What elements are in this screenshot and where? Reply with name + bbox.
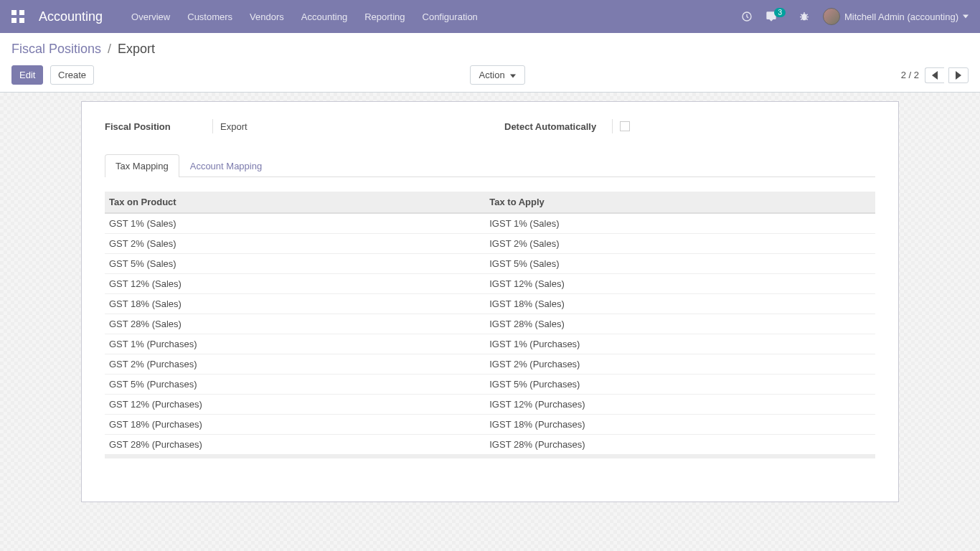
- table-row[interactable]: GST 28% (Purchases)IGST 28% (Purchases): [105, 435, 875, 457]
- breadcrumb-current: Export: [118, 42, 155, 56]
- cell-tax-product: GST 5% (Purchases): [105, 375, 485, 395]
- cell-tax-product: GST 18% (Sales): [105, 294, 485, 314]
- cell-tax-apply: IGST 18% (Purchases): [485, 415, 875, 435]
- messages-icon[interactable]: 3: [765, 11, 786, 22]
- main-menu: Overview Customers Vendors Accounting Re…: [131, 11, 741, 22]
- tab-tax-mapping[interactable]: Tax Mapping: [105, 154, 179, 177]
- cell-tax-apply: IGST 5% (Sales): [485, 254, 875, 274]
- cell-tax-product: GST 2% (Sales): [105, 234, 485, 254]
- cell-tax-apply: IGST 5% (Purchases): [485, 375, 875, 395]
- tab-account-mapping[interactable]: Account Mapping: [179, 154, 273, 177]
- table-row[interactable]: GST 2% (Sales)IGST 2% (Sales): [105, 234, 875, 254]
- cell-tax-product: GST 12% (Purchases): [105, 395, 485, 415]
- tabs: Tax Mapping Account Mapping: [105, 154, 875, 177]
- breadcrumb-sep: /: [108, 42, 111, 56]
- app-brand[interactable]: Accounting: [39, 9, 103, 24]
- menu-reporting[interactable]: Reporting: [364, 11, 405, 22]
- table-row[interactable]: GST 28% (Sales)IGST 28% (Sales): [105, 314, 875, 334]
- caret-down-icon: [510, 74, 516, 78]
- detect-auto-label: Detect Automatically: [504, 121, 612, 132]
- cell-tax-product: GST 1% (Purchases): [105, 334, 485, 354]
- fiscal-position-label: Fiscal Position: [105, 121, 212, 132]
- cell-tax-product: GST 12% (Sales): [105, 274, 485, 294]
- table-row[interactable]: GST 18% (Sales)IGST 18% (Sales): [105, 294, 875, 314]
- action-label: Action: [479, 70, 505, 80]
- cell-tax-apply: IGST 12% (Sales): [485, 274, 875, 294]
- menu-overview[interactable]: Overview: [131, 11, 170, 22]
- cell-tax-product: GST 18% (Purchases): [105, 415, 485, 435]
- svg-rect-0: [11, 10, 17, 15]
- cell-tax-product: GST 5% (Sales): [105, 254, 485, 274]
- control-panel: Fiscal Positions / Export Edit Create Ac…: [0, 33, 980, 93]
- svg-rect-1: [19, 10, 24, 15]
- messages-badge: 3: [774, 8, 786, 17]
- tax-mapping-table: Tax on Product Tax to Apply GST 1% (Sale…: [105, 192, 875, 458]
- cell-tax-apply: IGST 1% (Sales): [485, 213, 875, 234]
- cell-tax-apply: IGST 28% (Purchases): [485, 435, 875, 457]
- cell-tax-apply: IGST 18% (Sales): [485, 294, 875, 314]
- breadcrumb-parent[interactable]: Fiscal Positions: [11, 42, 101, 56]
- cell-tax-product: GST 2% (Purchases): [105, 354, 485, 375]
- apps-icon[interactable]: [11, 10, 24, 23]
- cell-tax-apply: IGST 2% (Purchases): [485, 354, 875, 375]
- edit-button[interactable]: Edit: [11, 65, 43, 85]
- user-name: Mitchell Admin (accounting): [844, 11, 958, 22]
- cp-left: Edit Create: [11, 65, 94, 85]
- table-row[interactable]: GST 5% (Sales)IGST 5% (Sales): [105, 254, 875, 274]
- cell-tax-apply: IGST 28% (Sales): [485, 314, 875, 334]
- menu-configuration[interactable]: Configuration: [423, 11, 478, 22]
- menu-customers[interactable]: Customers: [187, 11, 232, 22]
- action-dropdown[interactable]: Action: [470, 65, 526, 85]
- col-tax-apply: Tax to Apply: [485, 192, 875, 213]
- table-row[interactable]: GST 2% (Purchases)IGST 2% (Purchases): [105, 354, 875, 375]
- svg-rect-3: [19, 18, 24, 23]
- cp-center: Action: [94, 65, 901, 85]
- breadcrumb: Fiscal Positions / Export: [11, 42, 969, 57]
- create-button[interactable]: Create: [50, 65, 94, 85]
- caret-down-icon: [963, 14, 969, 19]
- cell-tax-apply: IGST 12% (Purchases): [485, 395, 875, 415]
- pager-prev-button[interactable]: [925, 67, 944, 83]
- debug-icon[interactable]: [798, 11, 810, 22]
- table-row[interactable]: GST 18% (Purchases)IGST 18% (Purchases): [105, 415, 875, 435]
- pager-value[interactable]: 2 / 2: [901, 70, 919, 80]
- cell-tax-product: GST 28% (Sales): [105, 314, 485, 334]
- activities-icon[interactable]: [741, 11, 753, 22]
- avatar: [823, 8, 840, 25]
- pager: 2 / 2: [901, 67, 969, 83]
- form-sheet: Fiscal Position Export Detect Automatica…: [81, 101, 899, 502]
- pager-next-button[interactable]: [948, 67, 969, 83]
- cell-tax-apply: IGST 1% (Purchases): [485, 334, 875, 354]
- svg-point-5: [802, 14, 807, 20]
- detect-auto-checkbox[interactable]: [620, 121, 630, 131]
- table-row[interactable]: GST 5% (Purchases)IGST 5% (Purchases): [105, 375, 875, 395]
- col-tax-product: Tax on Product: [105, 192, 485, 213]
- cell-tax-product: GST 28% (Purchases): [105, 435, 485, 457]
- fiscal-position-value: Export: [220, 121, 248, 132]
- table-row[interactable]: GST 1% (Sales)IGST 1% (Sales): [105, 213, 875, 234]
- table-row[interactable]: GST 12% (Sales)IGST 12% (Sales): [105, 274, 875, 294]
- menu-vendors[interactable]: Vendors: [250, 11, 284, 22]
- user-menu[interactable]: Mitchell Admin (accounting): [823, 8, 969, 25]
- content: Fiscal Position Export Detect Automatica…: [0, 93, 980, 551]
- svg-rect-2: [11, 18, 17, 23]
- menu-accounting[interactable]: Accounting: [301, 11, 347, 22]
- navbar: Accounting Overview Customers Vendors Ac…: [0, 0, 980, 33]
- cell-tax-apply: IGST 2% (Sales): [485, 234, 875, 254]
- cell-tax-product: GST 1% (Sales): [105, 213, 485, 234]
- table-row[interactable]: GST 1% (Purchases)IGST 1% (Purchases): [105, 334, 875, 354]
- table-row[interactable]: GST 12% (Purchases)IGST 12% (Purchases): [105, 395, 875, 415]
